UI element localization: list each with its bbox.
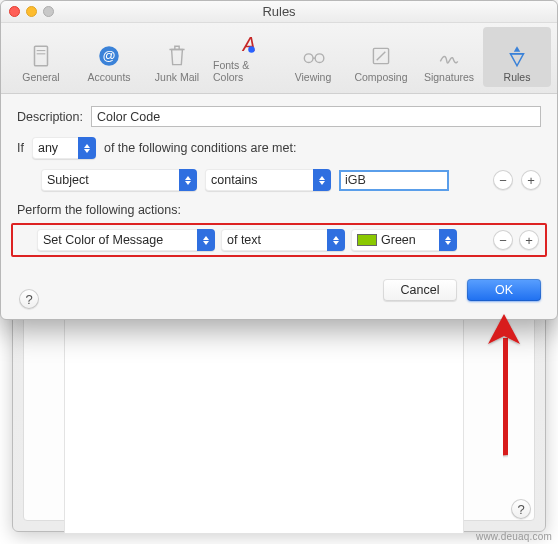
tab-general[interactable]: General [7, 27, 75, 87]
svg-point-6 [248, 46, 255, 52]
minimize-window-button[interactable] [26, 6, 37, 17]
annotation-highlight: Set Color of Message of text Green − + [11, 223, 547, 257]
description-label: Description: [17, 110, 83, 124]
action-color-select[interactable]: Green [351, 229, 457, 251]
close-window-button[interactable] [9, 6, 20, 17]
tab-accounts[interactable]: @ Accounts [75, 27, 143, 87]
add-action-button[interactable]: + [519, 230, 539, 250]
plus-icon: + [525, 233, 533, 248]
svg-point-7 [304, 54, 313, 63]
condition-row: Subject contains − + [17, 169, 541, 191]
tab-viewing[interactable]: Viewing [279, 27, 347, 87]
svg-rect-0 [35, 46, 48, 66]
tab-junk-mail[interactable]: Junk Mail [143, 27, 211, 87]
action-type-select[interactable]: Set Color of Message [37, 229, 215, 251]
cancel-button[interactable]: Cancel [383, 279, 457, 301]
gear-icon [26, 43, 56, 69]
titlebar: Rules [1, 1, 557, 23]
description-field[interactable] [91, 106, 541, 127]
minus-icon: − [499, 173, 507, 188]
tab-signatures[interactable]: Signatures [415, 27, 483, 87]
help-icon: ? [25, 292, 32, 307]
if-scope-select[interactable]: any [32, 137, 96, 159]
tab-fonts-colors[interactable]: A Fonts & Colors [211, 27, 279, 87]
signature-icon [434, 43, 464, 69]
at-icon: @ [94, 43, 124, 69]
window-title: Rules [262, 4, 295, 19]
zoom-window-button[interactable] [43, 6, 54, 17]
chevrons-icon [78, 137, 96, 159]
actions-label: Perform the following actions: [17, 203, 541, 217]
window-controls [9, 6, 54, 17]
remove-condition-button[interactable]: − [493, 170, 513, 190]
font-icon: A [230, 31, 260, 57]
background-help-button[interactable]: ? [511, 499, 531, 519]
svg-text:@: @ [102, 48, 115, 63]
rules-preferences-window: Rules General @ Accounts Junk Mail A Fon… [0, 0, 558, 320]
condition-value-field[interactable] [339, 170, 449, 191]
minus-icon: − [499, 233, 507, 248]
rule-editor: Description: If any of the following con… [1, 94, 557, 275]
tab-rules[interactable]: Rules [483, 27, 551, 87]
condition-operator-select[interactable]: contains [205, 169, 331, 191]
trash-icon [162, 43, 192, 69]
action-target-select[interactable]: of text [221, 229, 345, 251]
chevrons-icon [313, 169, 331, 191]
tab-composing[interactable]: Composing [347, 27, 415, 87]
action-row: Set Color of Message of text Green − + [19, 229, 539, 251]
color-swatch [357, 234, 377, 246]
remove-action-button[interactable]: − [493, 230, 513, 250]
help-icon: ? [517, 502, 524, 517]
watermark: www.deuaq.com [476, 531, 552, 542]
help-button[interactable]: ? [19, 289, 39, 309]
condition-field-select[interactable]: Subject [41, 169, 197, 191]
compose-icon [366, 43, 396, 69]
rules-icon [502, 43, 532, 69]
plus-icon: + [527, 173, 535, 188]
preferences-toolbar: General @ Accounts Junk Mail A Fonts & C… [1, 23, 557, 94]
svg-point-8 [315, 54, 324, 63]
chevrons-icon [197, 229, 215, 251]
chevrons-icon [179, 169, 197, 191]
if-suffix-label: of the following conditions are met: [104, 141, 296, 155]
glasses-icon [298, 43, 328, 69]
add-condition-button[interactable]: + [521, 170, 541, 190]
dialog-buttons: Cancel OK [1, 275, 557, 301]
chevrons-icon [327, 229, 345, 251]
chevrons-icon [439, 229, 457, 251]
if-label: If [17, 141, 24, 155]
ok-button[interactable]: OK [467, 279, 541, 301]
